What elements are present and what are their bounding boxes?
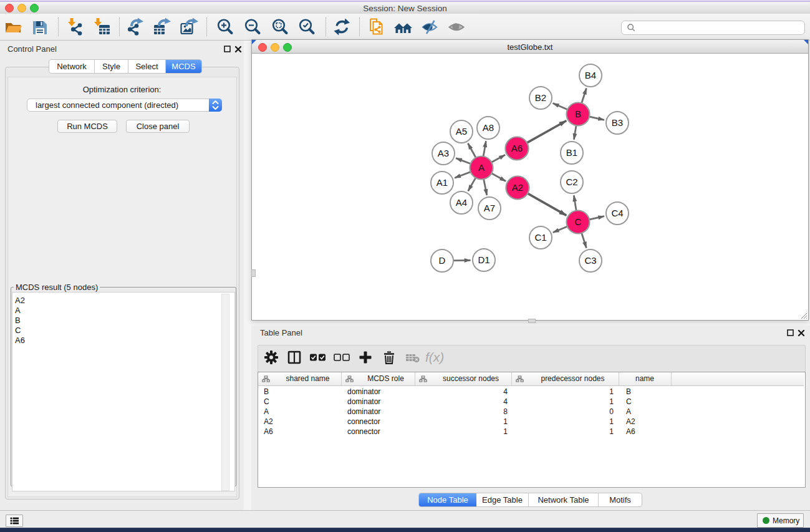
svg-text:A3: A3: [438, 148, 449, 158]
svg-text:C4: C4: [611, 208, 623, 218]
svg-text:A1: A1: [436, 177, 448, 188]
svg-text:A4: A4: [456, 197, 467, 208]
svg-text:f(x): f(x): [425, 350, 444, 364]
svg-text:D1: D1: [478, 254, 489, 265]
svg-text:B4: B4: [585, 70, 596, 80]
svg-text:B: B: [575, 109, 581, 119]
svg-text:C1: C1: [534, 232, 546, 243]
svg-text:A2: A2: [512, 182, 523, 193]
svg-text:B3: B3: [612, 117, 623, 128]
svg-text:B1: B1: [566, 147, 577, 158]
svg-text:C: C: [575, 216, 582, 227]
svg-text:B2: B2: [535, 92, 546, 103]
svg-text:A8: A8: [483, 122, 494, 133]
svg-text:D: D: [439, 255, 446, 266]
svg-text:C2: C2: [566, 177, 577, 187]
svg-text:A7: A7: [484, 203, 495, 213]
svg-text:C3: C3: [584, 255, 596, 266]
svg-text:A5: A5: [456, 126, 467, 137]
svg-text:A: A: [478, 162, 485, 173]
svg-text:A6: A6: [511, 143, 523, 153]
